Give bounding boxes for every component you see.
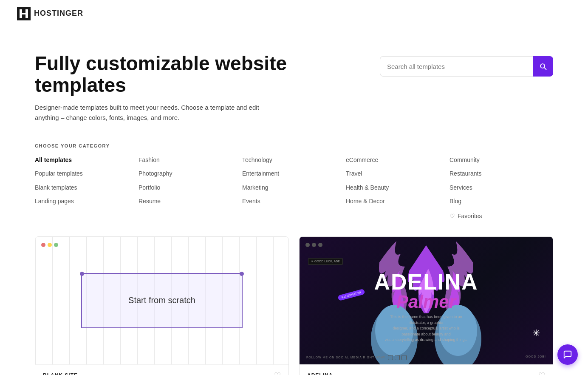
category-all-templates[interactable]: All templates — [35, 156, 139, 164]
template-name-adelina: ADELINA — [307, 372, 333, 375]
category-entertainment[interactable]: Entertainment — [242, 170, 346, 177]
category-col-2: Technology Entertainment Marketing Event… — [242, 156, 346, 219]
category-col-0: All templates Popular templates Blank te… — [35, 156, 139, 219]
hero-title: Fully customizable website templates — [35, 53, 363, 96]
header: HOSTINGER — [0, 0, 588, 27]
search-input[interactable] — [380, 56, 533, 77]
category-home-decor[interactable]: Home & Decor — [346, 197, 449, 205]
heart-icon: ♡ — [449, 213, 455, 219]
category-ecommerce[interactable]: eCommerce — [346, 156, 449, 164]
categories-section: CHOOSE YOUR CATEGORY All templates Popul… — [35, 143, 553, 219]
adelina-footer-right: GOOD JOB! — [526, 355, 546, 360]
category-photography[interactable]: Photography — [139, 170, 242, 177]
adelina-palmer: Palmer — [374, 293, 478, 311]
favorites-link[interactable]: ♡ Favorites — [449, 213, 553, 219]
search-icon — [539, 62, 547, 71]
templates-grid: Start from scratch BLANK SITE ♡ — [35, 236, 553, 375]
category-marketing[interactable]: Marketing — [242, 184, 346, 191]
template-card-footer-blank: BLANK SITE ♡ — [35, 364, 288, 375]
adelina-title-block: ADELINA Palmer — [374, 271, 478, 311]
template-card-footer-adelina: ADELINA ♡ — [300, 364, 553, 375]
chat-button[interactable] — [557, 344, 578, 365]
template-card-adelina: ✳ GOOD LUCK, ADE ILLUSTRATOR — [299, 236, 553, 375]
logo-text: HOSTINGER — [34, 9, 83, 18]
hero-subtitle: Designer-made templates built to meet yo… — [35, 102, 273, 123]
logo-icon — [17, 7, 31, 20]
window-dots — [41, 243, 58, 247]
category-events[interactable]: Events — [242, 197, 346, 205]
category-resume[interactable]: Resume — [139, 197, 242, 205]
dot-red — [41, 243, 45, 247]
scratch-label: Start from scratch — [128, 295, 195, 305]
adelina-footer-left: FOLLOW ME ON SOCIAL MEDIA RIGHT NOW! — [306, 356, 385, 359]
scratch-box: Start from scratch — [81, 273, 243, 328]
chat-icon — [563, 350, 572, 359]
category-services[interactable]: Services — [449, 184, 553, 191]
hero-text: Fully customizable website templates Des… — [35, 53, 363, 123]
template-preview-adelina: ✳ GOOD LUCK, ADE ILLUSTRATOR — [300, 237, 553, 364]
categories-grid: All templates Popular templates Blank te… — [35, 156, 553, 219]
dot-yellow-2 — [312, 243, 316, 247]
template-preview-blank: Start from scratch — [35, 237, 288, 364]
category-portfolio[interactable]: Portfolio — [139, 184, 242, 191]
dot-yellow — [48, 243, 52, 247]
facebook-icon: f — [401, 355, 407, 360]
good-luck-star: ✳ — [311, 260, 314, 263]
category-technology[interactable]: Technology — [242, 156, 346, 164]
logo[interactable]: HOSTINGER — [17, 7, 83, 20]
good-luck-badge: ✳ GOOD LUCK, ADE — [308, 258, 343, 265]
favorite-button-adelina[interactable]: ♡ — [538, 371, 545, 375]
category-blank-templates[interactable]: Blank templates — [35, 184, 139, 191]
category-community[interactable]: Community — [449, 156, 553, 164]
category-col-3: eCommerce Travel Health & Beauty Home & … — [346, 156, 449, 219]
category-restaurants[interactable]: Restaurants — [449, 170, 553, 177]
category-landing-pages[interactable]: Landing pages — [35, 197, 139, 205]
category-health-beauty[interactable]: Health & Beauty — [346, 184, 449, 191]
template-card-blank: Start from scratch BLANK SITE ♡ — [35, 236, 289, 375]
star-decoration: ✳ — [532, 328, 540, 339]
good-luck-text: GOOD LUCK, ADE — [314, 260, 340, 263]
search-button[interactable] — [533, 56, 553, 77]
search-container — [380, 56, 553, 77]
dot-red-2 — [305, 243, 310, 247]
category-col-4: Community Restaurants Services Blog ♡ Fa… — [449, 156, 553, 219]
dot-green-2 — [318, 243, 322, 247]
social-icons: 𝕏 ○ f — [388, 355, 407, 360]
category-col-1: Fashion Photography Portfolio Resume — [139, 156, 242, 219]
blank-preview-area: Start from scratch — [35, 237, 288, 364]
instagram-icon: ○ — [395, 355, 400, 360]
category-label: CHOOSE YOUR CATEGORY — [35, 143, 553, 148]
favorite-button-blank[interactable]: ♡ — [274, 371, 281, 375]
template-name-blank: BLANK SITE — [43, 372, 78, 375]
twitter-icon: 𝕏 — [388, 355, 393, 360]
adelina-desc: This is the name that has been given to … — [384, 314, 469, 343]
favorites-label: Favorites — [458, 213, 482, 219]
adelina-name: ADELINA — [374, 271, 478, 293]
category-fashion[interactable]: Fashion — [139, 156, 242, 164]
adelina-footer: FOLLOW ME ON SOCIAL MEDIA RIGHT NOW! 𝕏 ○… — [300, 355, 553, 360]
hero-section: Fully customizable website templates Des… — [35, 53, 553, 123]
window-dots-adelina — [305, 243, 322, 247]
adelina-preview-area: ✳ GOOD LUCK, ADE ILLUSTRATOR — [300, 237, 553, 364]
category-blog[interactable]: Blog — [449, 197, 553, 205]
category-popular-templates[interactable]: Popular templates — [35, 170, 139, 177]
dot-green — [54, 243, 58, 247]
main-content: Fully customizable website templates Des… — [18, 27, 570, 375]
category-travel[interactable]: Travel — [346, 170, 449, 177]
